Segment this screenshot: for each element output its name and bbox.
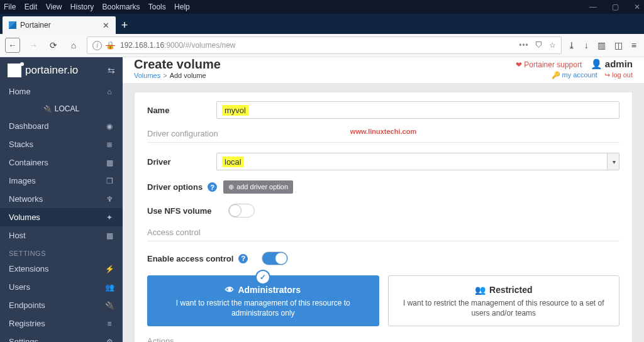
logo-icon [8, 63, 21, 77]
site-info-icon[interactable]: i [92, 41, 102, 50]
my-account-link[interactable]: 🔑 my account [552, 71, 597, 79]
downloads-icon[interactable]: ↓ [584, 40, 589, 50]
admins-title: Administrators [158, 285, 369, 295]
browser-navbar: ← → ⟳ ⌂ i 🔒 192.168.1.16:9000/#/volumes/… [0, 34, 644, 57]
nav-reload-icon[interactable]: ⟳ [47, 38, 60, 52]
cubes-icon: ▦ [105, 158, 114, 167]
database-icon: ≡ [105, 319, 114, 328]
crumb-leaf: Add volume [170, 72, 206, 79]
support-link[interactable]: ❤ Portainer support [516, 60, 582, 69]
access-option-restricted[interactable]: Restricted I want to restrict the manage… [388, 275, 620, 326]
driver-options-help-icon[interactable]: ? [208, 182, 217, 192]
sidebar-heading-settings: SETTINGS [0, 245, 123, 260]
library-icon[interactable]: ▥ [597, 40, 606, 50]
nav-forward-icon: → [26, 38, 40, 52]
brand-logo[interactable]: portainer.io ⇆ [0, 57, 123, 82]
driver-label: Driver [147, 157, 216, 167]
menu-edit[interactable]: Edit [25, 3, 38, 11]
logout-link[interactable]: ↪ log out [604, 71, 633, 79]
section-actions: Actions [147, 336, 619, 342]
page-actions-icon[interactable]: ••• [519, 41, 529, 50]
sidebar-item-home[interactable]: Home⌂ [0, 82, 123, 101]
access-toggle[interactable] [262, 251, 288, 265]
cogs-icon: ⚙ [105, 338, 114, 343]
brand-text: portainer.io [25, 64, 78, 77]
tab-close-icon[interactable]: ✕ [103, 21, 109, 30]
sidebar-env-local[interactable]: LOCAL [0, 101, 123, 117]
sitemap-icon: ♆ [105, 195, 114, 204]
tachometer-icon: ◉ [105, 122, 114, 131]
menu-tools[interactable]: Tools [148, 3, 166, 11]
pocket-icon[interactable]: ⤓ [568, 40, 575, 50]
clone-icon: ❐ [105, 177, 114, 185]
restricted-desc: I want to restrict the management of thi… [399, 299, 609, 318]
sidebar-item-networks[interactable]: Networks♆ [0, 190, 123, 208]
sidebar-item-stacks[interactable]: Stacks≣ [0, 135, 123, 153]
window-close-icon[interactable]: ✕ [634, 3, 640, 11]
th-icon: ▦ [105, 231, 114, 240]
access-option-admins[interactable]: ✓ Administrators I want to restrict the … [147, 275, 379, 326]
home-icon: ⌂ [105, 87, 114, 96]
nfs-toggle[interactable] [228, 204, 255, 218]
sidebar-item-endpoints[interactable]: Endpoints🔌 [0, 296, 123, 314]
insecure-icon: 🔒 [106, 41, 115, 50]
tracking-shield-icon[interactable]: ⛉ [535, 41, 543, 50]
tab-favicon-icon [9, 21, 16, 29]
enable-access-label: Enable access control [147, 254, 233, 263]
plug-icon: 🔌 [105, 301, 114, 310]
url-text: 192.168.1.16:9000/#/volumes/new [120, 41, 519, 50]
admins-desc: I want to restrict the management of thi… [158, 299, 369, 318]
new-tab-button[interactable]: + [116, 16, 133, 34]
sidebar-item-host[interactable]: Host▦ [0, 226, 123, 245]
sidebar-item-containers[interactable]: Containers▦ [0, 153, 123, 172]
sidebar-icon[interactable]: ◫ [614, 40, 623, 50]
nav-home-icon[interactable]: ⌂ [67, 38, 80, 52]
sidebar-item-dashboard[interactable]: Dashboard◉ [0, 117, 123, 135]
crumb-volumes[interactable]: Volumes [134, 72, 160, 79]
sidebar-item-images[interactable]: Images❐ [0, 172, 123, 190]
access-help-icon[interactable]: ? [238, 254, 248, 263]
name-input[interactable]: myvol [216, 101, 619, 119]
users-icon: 👥 [105, 283, 114, 292]
sidebar-item-users[interactable]: Users👥 [0, 278, 123, 296]
url-bar[interactable]: i 🔒 192.168.1.16:9000/#/volumes/new ••• … [87, 36, 562, 54]
sidebar-item-registries[interactable]: Registries≡ [0, 314, 123, 333]
hdd-icon: ✦ [105, 213, 114, 222]
os-titlebar: File Edit View History Bookmarks Tools H… [0, 0, 644, 14]
window-minimize-icon[interactable]: — [589, 3, 597, 11]
app-sidebar: portainer.io ⇆ Home⌂ LOCAL Dashboard◉ St… [0, 57, 123, 342]
sidebar-item-settings[interactable]: Settings⚙ [0, 333, 123, 342]
menu-history[interactable]: History [70, 3, 94, 11]
check-icon: ✓ [255, 270, 270, 285]
menu-bookmarks[interactable]: Bookmarks [103, 3, 140, 11]
browser-tabbar: Portainer ✕ + [0, 14, 644, 34]
menu-view[interactable]: View [46, 3, 62, 11]
top-links: ❤ Portainer support 👤 admin 🔑 my account… [516, 58, 633, 79]
bolt-icon: ⚡ [105, 265, 114, 273]
add-driver-option-button[interactable]: add driver option [223, 180, 293, 194]
list-icon: ≣ [105, 140, 114, 149]
sidebar-item-extensions[interactable]: Extensions⚡ [0, 260, 123, 278]
menu-file[interactable]: File [4, 3, 16, 11]
driver-select[interactable]: local [216, 153, 619, 170]
name-label: Name [147, 106, 216, 115]
main-content: Create volume Volumes>Add volume ❤ Porta… [123, 57, 644, 342]
app-menu-icon[interactable]: ≡ [631, 40, 636, 50]
driver-options-label: Driver options [147, 182, 203, 192]
restricted-title: Restricted [399, 285, 609, 295]
bookmark-star-icon[interactable]: ☆ [549, 41, 556, 50]
section-access-control: Access control [147, 228, 619, 241]
sidebar-item-volumes[interactable]: Volumes✦ [0, 208, 123, 226]
nfs-label: Use NFS volume [147, 206, 212, 216]
tab-title: Portainer [20, 21, 51, 30]
menu-help[interactable]: Help [174, 3, 190, 11]
browser-tab[interactable]: Portainer ✕ [3, 16, 116, 34]
user-label: 👤 admin [591, 58, 633, 69]
collapse-sidebar-icon[interactable]: ⇆ [108, 65, 115, 75]
watermark: www.linuxtechi.com [350, 128, 416, 135]
window-maximize-icon[interactable]: ▢ [612, 3, 619, 11]
nav-back-icon[interactable]: ← [5, 38, 20, 53]
